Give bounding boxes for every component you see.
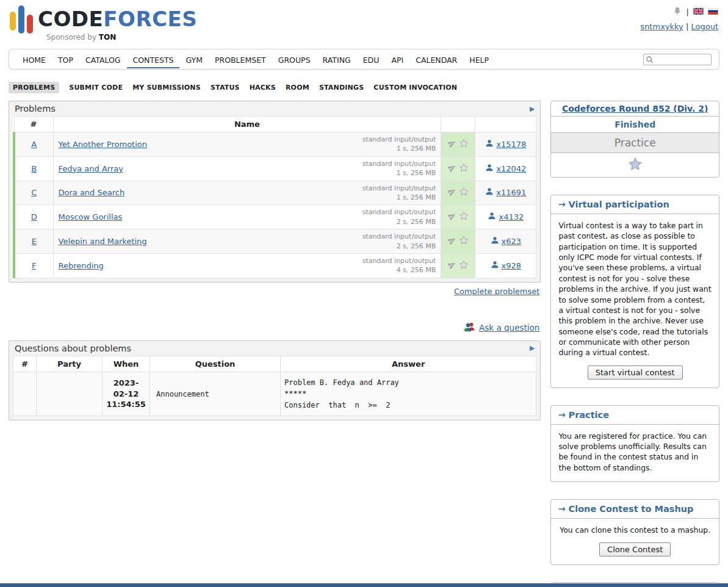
virtual-title: Virtual participation <box>569 200 669 209</box>
complete-problemset-link[interactable]: Complete problemset <box>454 287 539 296</box>
question-row: 2023-02-12 11:54:55 Announcement Problem… <box>13 372 536 416</box>
separator: | <box>687 7 689 16</box>
virtual-participation-box: →Virtual participation Virtual contest i… <box>550 195 719 388</box>
favorite-star-icon[interactable] <box>459 211 469 223</box>
solved-count-link[interactable]: x15178 <box>485 139 526 149</box>
page: CODEFORCES Sponsored by TON | sntmxykky … <box>0 0 728 587</box>
problem-name-link[interactable]: Fedya and Array <box>59 164 123 173</box>
col-header-name: Name <box>53 117 441 132</box>
submit-icon[interactable] <box>448 236 456 247</box>
solved-count-link[interactable]: x928 <box>491 261 522 271</box>
problem-index-link[interactable]: A <box>31 140 37 149</box>
question-when: 2023-02-12 11:54:55 <box>103 372 150 416</box>
questions-table: # Party When Question Answer 2023-0 <box>13 356 536 417</box>
question-party <box>37 372 103 416</box>
nav-item-gym[interactable]: GYM <box>179 51 208 68</box>
nav-item-calendar[interactable]: CALENDAR <box>409 51 463 68</box>
nav-item-edu[interactable]: EDU <box>357 51 386 68</box>
nav-item-problemset[interactable]: PROBLEMSET <box>209 51 272 68</box>
subnav-problems[interactable]: PROBLEMS <box>9 82 59 93</box>
col-header-when: When <box>103 356 150 372</box>
contest-title-link[interactable]: Codeforces Round 852 (Div. 2) <box>562 104 708 113</box>
practice-title: Practice <box>569 410 610 420</box>
subnav-my-submissions[interactable]: MY SUBMISSIONS <box>132 84 201 92</box>
problem-constraints: standard input/output4 s, 256 MB <box>362 256 436 275</box>
arrow-right-icon: → <box>558 410 565 420</box>
table-row: E Velepin and Marketing standard input/o… <box>14 229 536 254</box>
solved-count-link[interactable]: x12042 <box>485 164 526 174</box>
subnav-standings[interactable]: STANDINGS <box>319 84 364 92</box>
subnav-custom-invocation[interactable]: CUSTOM INVOCATION <box>373 84 457 92</box>
solved-count-link[interactable]: x623 <box>491 236 522 247</box>
subnav-submit-code[interactable]: SUBMIT CODE <box>69 84 123 92</box>
problems-box: Problems ▶ # Name A <box>9 101 541 283</box>
solved-count-link[interactable]: x11691 <box>485 187 526 198</box>
nav-item-home[interactable]: HOME <box>16 51 52 68</box>
main-nav: HOME TOP CATALOG CONTESTS GYM PROBLEMSET… <box>9 49 719 70</box>
nav-item-top[interactable]: TOP <box>52 51 79 68</box>
nav-item-catalog[interactable]: CATALOG <box>79 51 127 68</box>
favorite-star-icon[interactable] <box>628 164 643 173</box>
submit-icon[interactable] <box>448 212 456 222</box>
problem-index-link[interactable]: E <box>32 237 37 246</box>
ask-question-link[interactable]: Ask a question <box>479 323 539 333</box>
problems-box-title: Problems <box>15 104 56 113</box>
codeforces-bars-icon <box>10 5 33 35</box>
arrow-right-icon: → <box>558 504 565 514</box>
favorite-star-icon[interactable] <box>459 139 469 150</box>
problem-index-link[interactable]: C <box>31 188 37 197</box>
problem-name-link[interactable]: Velepin and Marketing <box>59 237 147 246</box>
solved-count-link[interactable]: x4132 <box>488 212 524 222</box>
clone-contest-button[interactable]: Clone Contest <box>599 542 671 556</box>
question-answer: Problem B. Fedya and Array ***** Conside… <box>281 372 536 416</box>
subnav-hacks[interactable]: HACKS <box>250 84 276 92</box>
problem-index-link[interactable]: B <box>31 164 37 173</box>
separator: | <box>686 22 688 31</box>
person-icon <box>491 261 499 271</box>
sidebar: Codeforces Round 852 (Div. 2) Finished P… <box>550 101 719 587</box>
notifications-bell-icon[interactable] <box>672 6 682 18</box>
problems-table: # Name A Yet Another Promotion standard … <box>13 116 536 278</box>
problem-name-link[interactable]: Rebrending <box>59 261 104 270</box>
username-link[interactable]: sntmxykky <box>640 22 683 31</box>
nav-item-groups[interactable]: GROUPS <box>272 51 317 68</box>
lang-ru-flag-icon[interactable] <box>708 7 718 16</box>
header-right: | sntmxykky | Logout <box>640 5 718 45</box>
favorite-star-icon[interactable] <box>459 236 469 247</box>
problem-index-link[interactable]: F <box>32 261 36 270</box>
logo-forces: FORCES <box>103 7 197 31</box>
problem-constraints: standard input/output1 s, 256 MB <box>362 159 436 178</box>
start-virtual-contest-button[interactable]: Start virtual contest <box>588 366 683 380</box>
submit-icon[interactable] <box>448 164 456 174</box>
problem-index-link[interactable]: D <box>31 212 37 221</box>
logo[interactable]: CODEFORCES Sponsored by TON <box>10 5 197 45</box>
footer-bar <box>0 583 728 587</box>
clone-title: Clone Contest to Mashup <box>569 504 694 514</box>
col-header-actions <box>441 117 475 132</box>
header: CODEFORCES Sponsored by TON | sntmxykky … <box>0 0 728 45</box>
problem-name-link[interactable]: Dora and Search <box>59 188 125 197</box>
problem-name-link[interactable]: Yet Another Promotion <box>59 140 147 149</box>
main-column: Problems ▶ # Name A <box>9 101 541 420</box>
nav-item-help[interactable]: HELP <box>463 51 495 68</box>
submit-icon[interactable] <box>448 139 456 149</box>
nav-item-api[interactable]: API <box>385 51 409 68</box>
submit-icon[interactable] <box>448 187 456 198</box>
favorite-star-icon[interactable] <box>459 187 469 198</box>
favorite-star-icon[interactable] <box>459 163 469 175</box>
favorite-star-icon[interactable] <box>459 260 469 272</box>
col-header-num: # <box>13 356 37 372</box>
problem-name-link[interactable]: Moscow Gorillas <box>59 212 123 221</box>
subnav-status[interactable]: STATUS <box>211 84 240 92</box>
submit-icon[interactable] <box>448 261 456 271</box>
lang-en-flag-icon[interactable] <box>693 7 704 16</box>
nav-item-contests[interactable]: CONTESTS <box>127 51 180 68</box>
nav-item-rating[interactable]: RATING <box>317 51 357 68</box>
logout-link[interactable]: Logout <box>691 22 718 31</box>
table-row: D Moscow Gorillas standard input/output2… <box>14 205 536 229</box>
expand-arrow-icon[interactable]: ▶ <box>530 344 535 352</box>
col-header-answer: Answer <box>281 356 536 372</box>
expand-arrow-icon[interactable]: ▶ <box>530 105 535 113</box>
col-header-solved <box>475 117 536 132</box>
subnav-room[interactable]: ROOM <box>286 84 309 92</box>
